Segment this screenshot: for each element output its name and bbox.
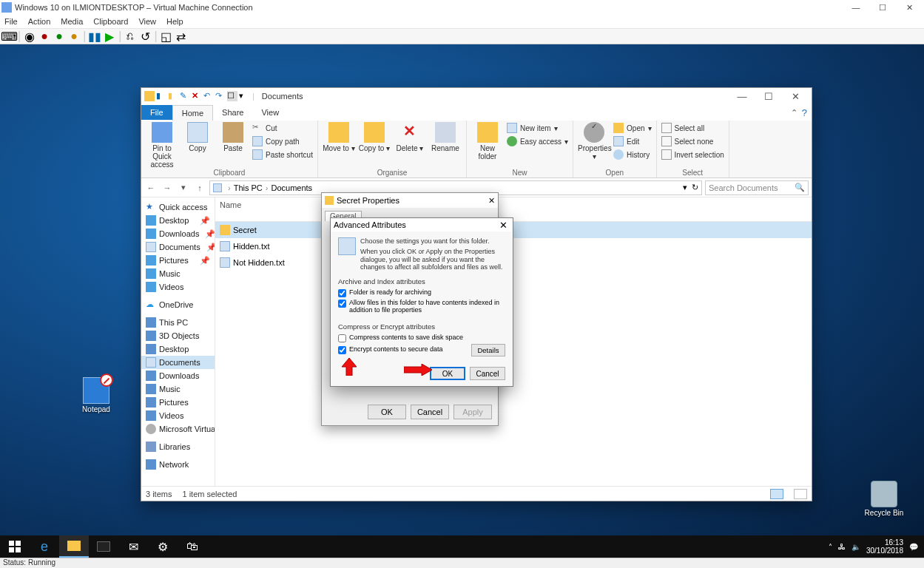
index-checkbox[interactable]: Allow files in this folder to have conte… [338, 299, 505, 314]
action-center-icon[interactable]: 💬 [909, 543, 918, 551]
nav-pictures-pc[interactable]: Pictures [141, 396, 215, 409]
explorer-close-button[interactable]: ✕ [782, 91, 809, 102]
taskbar-clock[interactable]: 16:13 30/10/2018 [866, 538, 903, 555]
delete-button[interactable]: ✕Delete ▾ [394, 122, 426, 152]
cut-button[interactable]: ✂Cut [252, 122, 313, 134]
archive-checkbox[interactable]: Folder is ready for archiving [338, 288, 505, 297]
compress-checkbox[interactable]: Compress contents to save disk space [338, 334, 505, 342]
nav-onedrive[interactable]: ☁OneDrive [141, 298, 215, 311]
paste-shortcut-button[interactable]: Paste shortcut [252, 149, 313, 160]
refresh-icon[interactable]: ↻ [692, 183, 698, 192]
nav-music[interactable]: Music [141, 267, 215, 280]
search-input[interactable]: Search Documents 🔍 [705, 180, 809, 195]
newfolder-button[interactable]: New folder [471, 122, 504, 160]
advattr-cancel-button[interactable]: Cancel [470, 367, 505, 380]
copypath-button[interactable]: Copy path [252, 135, 313, 147]
icons-view-button[interactable] [794, 489, 807, 499]
properties-qat-icon[interactable]: ☐ [227, 91, 237, 101]
help-icon[interactable]: ? [802, 107, 812, 118]
start-button[interactable] [0, 535, 30, 558]
properties-close-button[interactable]: ✕ [488, 196, 495, 206]
forward-button[interactable]: → [161, 181, 174, 195]
nav-desktop[interactable]: Desktop📌 [141, 214, 215, 227]
archive-checkbox-input[interactable] [338, 289, 346, 297]
tray-chevron-icon[interactable]: ˄ [829, 543, 832, 551]
host-menu-view[interactable]: View [138, 17, 156, 26]
details-button[interactable]: Details [471, 344, 505, 356]
nav-documents[interactable]: Documents [141, 356, 215, 369]
host-minimize-button[interactable]: — [843, 3, 869, 12]
explorer-titlebar[interactable]: ▮ ▮ ✎ ✕ ↶ ↷ ☐ ▾ | Documents — ☐ ✕ [141, 88, 812, 104]
props-cancel-button[interactable]: Cancel [411, 405, 449, 419]
breadcrumb-thispc[interactable]: This PC [234, 183, 263, 192]
tab-file[interactable]: File [141, 105, 172, 120]
advattr-close-button[interactable]: ✕ [496, 220, 510, 231]
breadcrumb-documents[interactable]: Documents [271, 183, 312, 192]
nav-quick-access[interactable]: ★Quick access [141, 200, 215, 214]
shutdown-icon[interactable]: ● [38, 30, 50, 42]
nav-documents-qa[interactable]: Documents📌 [141, 240, 215, 254]
moveto-button[interactable]: Move to ▾ [323, 122, 355, 152]
paste-button[interactable]: Paste [217, 122, 249, 152]
up-button[interactable]: ↑ [193, 181, 206, 195]
ribbon-collapse-icon[interactable]: ⌃ [791, 108, 802, 118]
file-row-nothidden[interactable]: Not Hidden.txt [215, 254, 812, 271]
nav-libraries[interactable]: Libraries [141, 440, 215, 453]
host-menu-file[interactable]: File [4, 17, 18, 26]
undo-icon[interactable]: ↶ [203, 91, 214, 101]
reset-icon[interactable]: ● [68, 30, 80, 42]
edit-button[interactable]: Edit [613, 135, 651, 147]
redo-icon[interactable]: ↷ [215, 91, 226, 101]
selectnone-button[interactable]: Select none [661, 135, 724, 147]
history-button[interactable]: History [613, 149, 651, 160]
tab-share[interactable]: Share [213, 105, 252, 120]
host-close-button[interactable]: ✕ [896, 3, 923, 13]
explorer-minimize-button[interactable]: — [729, 91, 755, 102]
advattr-titlebar[interactable]: Advanced Attributes ✕ [331, 218, 513, 231]
qat-dropdown-icon[interactable]: ▾ [239, 91, 249, 101]
back-button[interactable]: ← [144, 181, 158, 195]
pin-button[interactable]: Pin to Quick access [146, 122, 178, 169]
taskbar-edge[interactable]: e [30, 535, 59, 558]
nav-network[interactable]: Network [141, 458, 215, 471]
open-button[interactable]: Open ▾ [613, 122, 651, 134]
nav-downloads-pc[interactable]: Downloads [141, 369, 215, 382]
share-icon[interactable]: ⇄ [175, 30, 187, 42]
host-menu-media[interactable]: Media [61, 17, 83, 26]
enhanced-icon[interactable]: ◱ [161, 30, 172, 42]
explorer-maximize-button[interactable]: ☐ [755, 91, 782, 102]
recent-dropdown-icon[interactable]: ▾ [177, 181, 190, 195]
invert-button[interactable]: Invert selection [661, 149, 724, 160]
selectall-button[interactable]: Select all [661, 122, 724, 134]
pause-icon[interactable]: ▮▮ [89, 30, 101, 42]
host-menu-clipboard[interactable]: Clipboard [93, 17, 128, 26]
nav-mvd[interactable]: Microsoft Virtual Di… [141, 422, 215, 436]
checkpoint-icon[interactable]: ⎌ [124, 30, 136, 42]
file-row-secret[interactable]: Secret [215, 222, 812, 238]
easyaccess-button[interactable]: Easy access ▾ [507, 135, 568, 147]
turnoff-icon[interactable]: ◉ [24, 30, 36, 42]
file-row-hidden[interactable]: Hidden.txt [215, 238, 812, 254]
save-icon[interactable]: ● [53, 30, 65, 42]
tray-volume-icon[interactable]: 🔈 [852, 543, 860, 551]
tab-home[interactable]: Home [172, 105, 213, 121]
revert-icon[interactable]: ↺ [139, 30, 151, 42]
host-maximize-button[interactable]: ☐ [869, 3, 896, 13]
taskbar-settings[interactable]: ⚙ [148, 535, 178, 558]
copyto-button[interactable]: Copy to ▾ [358, 122, 391, 152]
delete-icon[interactable]: ✕ [192, 91, 202, 101]
taskbar-explorer[interactable] [59, 535, 89, 558]
file-list-header[interactable]: Name Date modified Type Size [215, 197, 812, 222]
tray-network-icon[interactable]: 🖧 [838, 543, 846, 551]
col-name[interactable]: Name [215, 199, 334, 220]
newitem-button[interactable]: New item ▾ [507, 122, 568, 134]
properties-titlebar[interactable]: Secret Properties ✕ [322, 193, 498, 208]
tab-view[interactable]: View [252, 105, 288, 120]
compress-checkbox-input[interactable] [338, 334, 346, 342]
index-checkbox-input[interactable] [338, 300, 346, 308]
nav-videos-pc[interactable]: Videos [141, 409, 215, 422]
ctrl-alt-del-icon[interactable]: ⌨ [3, 30, 15, 42]
taskbar-cmd[interactable] [89, 535, 118, 558]
desktop-notepad-icon[interactable]: Notepad [74, 377, 118, 413]
nav-3dobjects[interactable]: 3D Objects [141, 329, 215, 342]
